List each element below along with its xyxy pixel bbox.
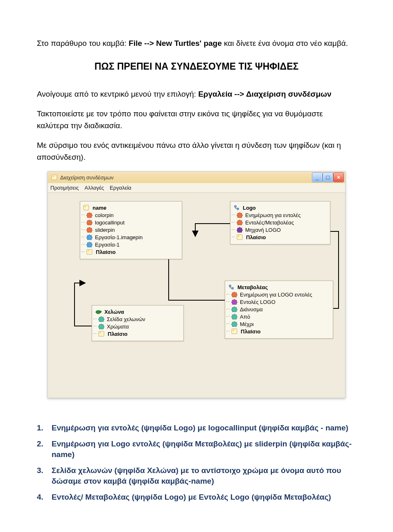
- tree-label: Ενημέρωση για εντολές: [245, 212, 300, 218]
- puzzle-icon: [98, 323, 104, 330]
- bold-text: Εργαλεία --> Διαχείριση συνδέσμων: [198, 90, 332, 98]
- tree-item-plaisio[interactable]: Πλαίσιο: [85, 248, 180, 256]
- puzzle-icon: [231, 313, 237, 320]
- tree-item-engine[interactable]: Μηχανή LOGO: [235, 226, 328, 233]
- list-number: 3.: [37, 465, 52, 487]
- tree-label: logocallinput: [95, 220, 124, 226]
- tree-label: colorpin: [95, 212, 114, 218]
- puzzle-icon: [86, 241, 93, 248]
- text: Στο παράθυρο του καμβά:: [37, 39, 126, 48]
- tree-label: Μεταβολέας: [237, 284, 268, 290]
- tree-item-ergasia[interactable]: Εργασία-1: [85, 241, 180, 248]
- text: και δίνετε ένα όνομα στο νέο καμβά.: [224, 39, 348, 48]
- heading: ΠΩΣ ΠΡΕΠΕΙ ΝΑ ΣΥΝΔΕΣΟΥΜΕ ΤΙΣ ΨΗΦΙΔΕΣ: [37, 61, 356, 72]
- tree-item-plaisio[interactable]: Πλαίσιο: [230, 328, 331, 335]
- list-item-2: 2. Ενημέρωση για Logo εντολές (ψηφίδα Με…: [37, 439, 356, 460]
- doc-icon: [236, 234, 244, 240]
- puzzle-icon: [86, 234, 93, 240]
- bold-text: File --> New Turtles' page: [129, 39, 221, 48]
- menu-item-tools[interactable]: Εργαλεία: [110, 185, 131, 191]
- tree-label: Εργασία-1.imagepin: [95, 234, 142, 240]
- tree-item-entoles-meta[interactable]: Εντολές/Μεταβολέας: [235, 219, 328, 226]
- puzzle-icon: [231, 321, 237, 327]
- tree-item-dianysma[interactable]: Διάνυσμα: [230, 306, 331, 313]
- panel-turtle[interactable]: Χελώνα Σελίδα χελωνών Χρώματα Πλαίσιο: [92, 305, 184, 341]
- tree-item-enimerosi-logo[interactable]: Ενημέρωση για LOGO εντολές: [230, 291, 331, 298]
- menubar: Προτιμήσεις Αλλαγές Εργαλεία: [48, 183, 345, 193]
- puzzle-icon: [86, 219, 93, 226]
- puzzle-icon: [231, 291, 237, 298]
- text: Ανοίγουμε από το κεντρικό μενού την επιλ…: [37, 90, 198, 98]
- tree-label: sliderpin: [95, 227, 115, 233]
- puzzle-icon: [231, 306, 237, 312]
- list-text: Ενημέρωση για εντολές (ψηφίδα Logo) με l…: [52, 423, 356, 434]
- paragraph: Ανοίγουμε από το κεντρικό μενού την επιλ…: [37, 88, 356, 100]
- window-canvas: name colorpin logocallinput sliderpin Ερ…: [48, 193, 345, 398]
- window-minimize-button[interactable]: _: [312, 173, 322, 182]
- panel-logo[interactable]: Logo Ενημέρωση για εντολές Εντολές/Μεταβ…: [230, 201, 330, 244]
- window-maximize-button[interactable]: □: [323, 173, 333, 182]
- panel-meta[interactable]: Μεταβολέας Ενημέρωση για LOGO εντολές Εν…: [225, 281, 333, 339]
- menu-item-preferences[interactable]: Προτιμήσεις: [50, 185, 79, 191]
- app-window: Διαχείριση συνδέσμων _ □ × Προτιμήσεις Α…: [47, 171, 346, 398]
- panel-name[interactable]: name colorpin logocallinput sliderpin Ερ…: [80, 201, 182, 259]
- tree-label: Πλαίσιο: [241, 328, 261, 335]
- tree-label: name: [93, 205, 106, 211]
- paragraph: Τακτοποιείστε με τον τρόπο που φαίνεται …: [37, 108, 356, 131]
- tree-item-enimerosi[interactable]: Ενημέρωση για εντολές: [235, 211, 328, 219]
- tree-label: Εντολές LOGO: [240, 299, 276, 305]
- tree-item-apo[interactable]: Από: [230, 313, 331, 320]
- tree-label: Από: [240, 314, 250, 320]
- tree-label: Μέχρι: [240, 321, 254, 327]
- tree-item-sliderpin[interactable]: sliderpin: [85, 226, 180, 233]
- tree-item-plaisio[interactable]: Πλαίσιο: [235, 233, 328, 241]
- list-text: Ενημέρωση για Logo εντολές (ψηφίδα Μεταβ…: [52, 439, 356, 460]
- paragraph-intro: Στο παράθυρο του καμβά: File --> New Tur…: [37, 38, 356, 50]
- doc-icon: [98, 331, 105, 337]
- puzzle-icon: [231, 299, 237, 305]
- tree-item-colorpin[interactable]: colorpin: [85, 211, 180, 219]
- tree-label: Εργασία-1: [95, 242, 120, 248]
- tree-label: Πλαίσιο: [108, 331, 128, 337]
- window-titlebar: Διαχείριση συνδέσμων _ □ ×: [48, 172, 345, 183]
- list-number: 1.: [37, 423, 52, 434]
- tree-label: Σελίδα χελωνών: [107, 316, 145, 322]
- puzzle-icon: [86, 212, 93, 218]
- tree-icon: [228, 284, 235, 290]
- menu-item-changes[interactable]: Αλλαγές: [85, 185, 104, 191]
- doc-icon: [231, 328, 238, 335]
- tree-label: Πλαίσιο: [96, 249, 116, 255]
- tree-label: Πλαίσιο: [246, 234, 266, 240]
- window-close-button[interactable]: ×: [334, 173, 343, 182]
- tree-root-name[interactable]: name: [82, 204, 180, 211]
- list-item-1: 1. Ενημέρωση για εντολές (ψηφίδα Logo) μ…: [37, 423, 356, 434]
- tree-item-mexri[interactable]: Μέχρι: [230, 320, 331, 328]
- tree-item-plaisio[interactable]: Πλαίσιο: [97, 330, 182, 337]
- paragraph: Με σύρσιμο του ενός αντικειμένου πάνω στ…: [37, 140, 356, 163]
- tree-item-selida[interactable]: Σελίδα χελωνών: [97, 315, 182, 323]
- tree-item-imagepin[interactable]: Εργασία-1.imagepin: [85, 233, 180, 241]
- tree-icon: [233, 204, 240, 211]
- tree-item-logocallinput[interactable]: logocallinput: [85, 219, 180, 226]
- tree-item-xromata[interactable]: Χρώματα: [97, 323, 182, 330]
- tree-label: Ενημέρωση για LOGO εντολές: [240, 292, 312, 298]
- tree-label: Διάνυσμα: [240, 306, 263, 312]
- list-text: Εντολές/ Μεταβολέας (ψηφίδα Logo) με Εντ…: [52, 492, 356, 503]
- list-number: 2.: [37, 439, 52, 460]
- puzzle-icon: [236, 226, 243, 233]
- tree-root-meta[interactable]: Μεταβολέας: [227, 283, 331, 291]
- tree-label: Εντολές/Μεταβολέας: [245, 220, 294, 226]
- list-number: 4.: [37, 492, 52, 503]
- tree-root-logo[interactable]: Logo: [232, 204, 328, 211]
- list-item-4: 4. Εντολές/ Μεταβολέας (ψηφίδα Logo) με …: [37, 492, 356, 503]
- puzzle-icon: [236, 212, 243, 218]
- tree-item-entoles-logo[interactable]: Εντολές LOGO: [230, 298, 331, 306]
- doc-icon: [86, 249, 93, 255]
- tree-label: Μηχανή LOGO: [245, 227, 281, 233]
- window-icon: [51, 174, 58, 181]
- tree-label: Χελώνα: [104, 309, 124, 315]
- tree-label: Χρώματα: [107, 324, 129, 330]
- puzzle-icon: [86, 226, 93, 233]
- tree-root-turtle[interactable]: Χελώνα: [94, 308, 182, 315]
- window-title: Διαχείριση συνδέσμων: [60, 174, 312, 181]
